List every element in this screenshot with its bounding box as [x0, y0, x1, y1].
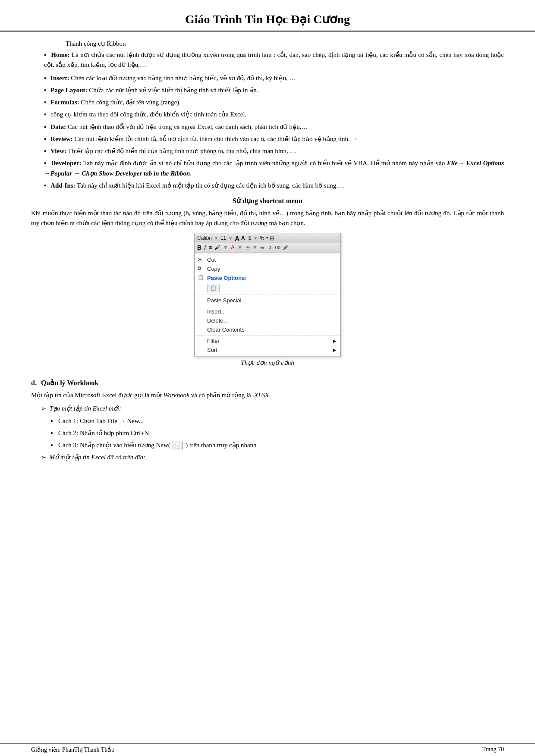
cm-paste-icon: 📋: [207, 284, 220, 292]
cm-paste-label: Paste Options:: [207, 275, 247, 281]
cm-clear-label: Clear Contents: [207, 326, 245, 333]
cm-insert[interactable]: Insert...: [195, 307, 340, 316]
cm-sep5: ▼: [252, 244, 258, 251]
congu-item: công cụ kiểm tra theo dõi công thức, điề…: [44, 110, 504, 119]
view-desc: Thiết lập các chế độ hiển thị của bảng t…: [68, 147, 296, 154]
data-label: Data:: [50, 123, 66, 130]
cm-delete[interactable]: Delete...: [195, 316, 340, 325]
cm-dollar: $: [249, 235, 252, 241]
cm-sep4: ▼: [237, 244, 243, 251]
shortcut-para: Khi muốn thực hiện một thao tác nào đó t…: [31, 208, 504, 229]
context-menu-area: Calibri ▼ 11 ▼ A A $ ▼ % • ⊞ B I ≡: [31, 233, 504, 372]
cm-merge-icon: ⇔: [260, 245, 264, 251]
cm-paste-special[interactable]: Paste Special...: [195, 296, 340, 305]
cm-spacer2: [195, 354, 340, 356]
data-item: Data: Các nút lệnh thao đổi với dữ liệu …: [44, 122, 504, 132]
page-footer: Giảng viên: PhanThị Thanh Thảo Trang 70: [0, 743, 535, 756]
cm-sort-label: Sort: [207, 347, 217, 353]
insert-desc: Chèn các loại đối tượng vào bảng tính nh…: [71, 75, 296, 82]
cm-inc-icon: .00: [274, 245, 280, 250]
open-arrow-item: ➢ Mở một tập tin Excel đã có trên đĩa:: [41, 452, 504, 462]
view-label: View:: [50, 147, 66, 154]
ribbon-label: Thanh công cụ Ribbon: [66, 40, 504, 47]
main-content: Thanh công cụ Ribbon Home: Là nơi chứa c…: [0, 32, 535, 491]
view-item: View: Thiết lập các chế độ hiển thị của …: [44, 146, 504, 156]
review-item: Review: Các nút lệnh kiểm lỗi chính tả, …: [44, 134, 504, 144]
context-menu-caption: Thực đơn ngữ cảnh: [241, 359, 294, 367]
developer-desc: Tab này mặc định được ẩn vì nó chỉ hữu d…: [44, 160, 504, 176]
addins-desc: Tab này chỉ xuất hiện khi Excel mở một t…: [77, 182, 344, 189]
addins-item: Add-Ins: Tab này chỉ xuất hiện khi Excel…: [44, 181, 504, 191]
cm-paintbucket-icon: 🖌: [214, 244, 220, 251]
create-arrow-item: ➢ Tạo một tập tin Excel mới:: [41, 403, 504, 414]
cm-filter-label: Filter: [207, 338, 220, 344]
developer-item: Developer: Tab này mặc định được ẩn vì n…: [44, 158, 504, 179]
review-desc: Các nút lệnh kiểm lỗi chính tả, hỗ trợ d…: [74, 135, 358, 142]
cm-insert-label: Insert...: [207, 308, 226, 315]
review-label: Review:: [50, 135, 73, 142]
context-menu-widget: Calibri ▼ 11 ▼ A A $ ▼ % • ⊞ B I ≡: [194, 233, 341, 357]
cm-font-name: Calibri: [197, 235, 212, 241]
open-arrow-text: Mở một tập tin Excel đã có trên đĩa:: [50, 452, 146, 462]
section-d: d. Quản lý Workbook Một tập tin của Micr…: [31, 379, 504, 463]
cm-divider1: [195, 295, 340, 295]
cm-paste-icon-row: 📋: [195, 282, 340, 294]
cm-paste-options[interactable]: 📋 Paste Options:: [195, 273, 340, 282]
cm-pct: %: [260, 235, 264, 241]
formulas-desc: Chèn công thức, đặt tên vùng (range),: [81, 99, 181, 106]
insert-label: Insert:: [50, 75, 69, 82]
pagelayout-item: Page Layout: Chứa các nút lệnh về việc h…: [44, 85, 504, 95]
create-b3-text2: ) trên thanh truy cập nhanh: [186, 442, 256, 449]
scissors-icon: ✂: [198, 256, 205, 263]
congcu-desc: công cụ kiểm tra theo dõi công thức, điề…: [50, 111, 246, 118]
footer-right: Trang 70: [482, 746, 504, 753]
create-arrow-text: Tạo một tập tin Excel mới:: [50, 403, 121, 414]
cm-toolbar1: Calibri ▼ 11 ▼ A A $ ▼ % • ⊞: [195, 233, 340, 243]
cm-bold-btn: B: [197, 244, 201, 251]
footer-left: Giảng viên: PhanThị Thanh Thảo: [31, 746, 114, 753]
cm-toolbar2: B I ≡ 🖌 ▼ A ▼ ⊟ ▼ ⇔ .0 .00 🖊: [195, 243, 340, 252]
page: Giáo Trình Tin Học Đại Cương Thanh công …: [0, 0, 535, 756]
section-d-label: d.: [31, 379, 37, 386]
section-d-intro-text: Một tập tin của Microsoft Excel được gọi…: [31, 392, 271, 398]
arrow-sym-1: ➢: [41, 404, 48, 414]
cm-copy[interactable]: ⧉ Copy: [195, 264, 340, 273]
cm-align-btn: ≡: [208, 244, 212, 251]
cm-filter[interactable]: Filter: [195, 336, 340, 345]
cm-border-icon: ⊟: [245, 245, 250, 251]
create-bullet-1: Cách 1: Chọn Tab File → New...: [50, 416, 504, 426]
cm-fontcolor-icon: A: [231, 244, 235, 251]
section-d-heading: Quản lý Workbook: [41, 379, 98, 386]
create-b3-text: Cách 3: Nhấp chuột vào biểu tượng New(: [58, 442, 170, 449]
cm-font-sep: ▼: [214, 235, 219, 241]
cm-size-sep: ▼: [228, 235, 233, 241]
cm-sep3: ▼: [223, 244, 228, 251]
cm-btn-A-dn: A: [241, 235, 245, 241]
create-bullet-2: Cách 2: Nhấn tổ hợp phím Ctrl+N.: [50, 428, 504, 438]
developer-label: Developer:: [51, 160, 82, 166]
home-item: Home: Là nơi chứa các nút lệnh được sử d…: [31, 50, 504, 70]
cm-clear-contents[interactable]: Clear Contents: [195, 325, 340, 334]
page-title: Giáo Trình Tin Học Đại Cương: [26, 12, 509, 26]
cm-sep2: ▼: [253, 235, 258, 241]
create-b2-text: Cách 2: Nhấn tổ hợp phím Ctrl+N.: [58, 430, 151, 436]
new-icon: 📄: [173, 442, 183, 450]
shortcut-para-text: Khi muốn thực hiện một thao tác nào đó t…: [31, 210, 504, 226]
cm-cut[interactable]: ✂ Cut: [195, 255, 340, 264]
formulas-item: Formulas: Chèn công thức, đặt tên vùng (…: [44, 97, 504, 107]
cm-format-icon: 🖊: [283, 244, 289, 251]
cm-paste-special-label: Paste Special...: [207, 297, 246, 304]
cm-font-size: 11: [220, 235, 226, 241]
cm-sort[interactable]: Sort: [195, 345, 340, 354]
section-d-intro: Một tập tin của Microsoft Excel được gọi…: [31, 390, 504, 400]
create-b1-text: Cách 1: Chọn Tab File → New...: [58, 417, 144, 424]
cm-delete-label: Delete...: [207, 317, 228, 324]
arrow-sym-2: ➢: [41, 453, 48, 462]
cm-dec-icon: .0: [267, 245, 271, 250]
cm-copy-label: Copy: [207, 266, 220, 272]
cm-divider2: [195, 306, 340, 306]
cm-cut-label: Cut: [207, 257, 216, 263]
page-header: Giáo Trình Tin Học Đại Cương: [0, 0, 535, 32]
home-desc: Là nơi chứa các nút lệnh được sử dụng th…: [44, 51, 504, 68]
cm-body: ✂ Cut ⧉ Copy 📋 Paste Options: 📋: [195, 252, 340, 357]
